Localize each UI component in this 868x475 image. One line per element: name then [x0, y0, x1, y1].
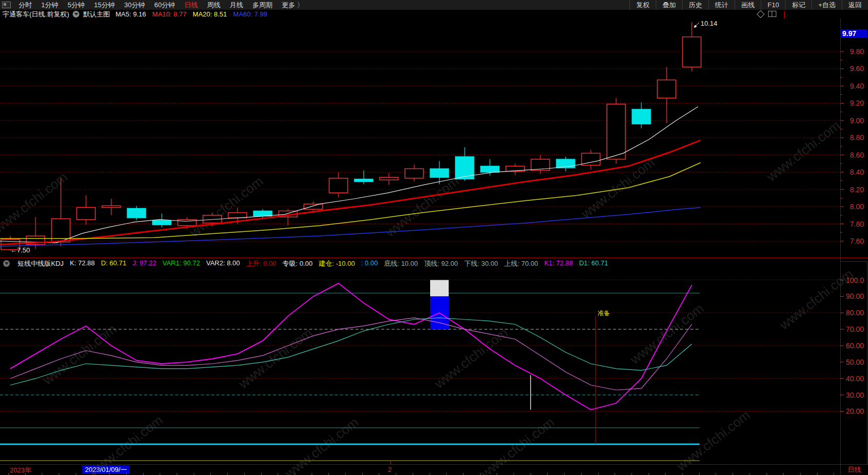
price-axis-label: 8.60 [850, 151, 864, 159]
toolbar-item[interactable]: 日线 [180, 0, 202, 10]
time-tick [227, 473, 228, 475]
time-tick [328, 473, 329, 475]
watermark: www.cfchi.com [627, 300, 707, 367]
ma-value: MA20: 8.51 [193, 10, 227, 18]
candle-body [253, 211, 272, 216]
watermark: www.cfchi.com [40, 321, 120, 388]
price-axis-label: 8.40 [850, 168, 864, 176]
indicator-value: 建仓: -10.00 [319, 259, 355, 268]
toolbar-button[interactable]: 统计 [708, 0, 735, 10]
time-tick [665, 473, 666, 475]
toolbar-item[interactable]: 1分钟 [37, 0, 63, 10]
indicator-value: 上升: 0.00 [246, 259, 277, 268]
toolbar-item[interactable]: 分时 [14, 0, 37, 10]
main-chart-svg: www.cfchi.comwww.cfchi.comwww.cfchi.comw… [0, 0, 868, 475]
candle-body [52, 219, 70, 242]
time-tick [480, 473, 481, 475]
toolbar-left: 分时1分钟5分钟15分钟30分钟60分钟日线周线月线多周期更多 〉 [0, 0, 309, 10]
stock-title: 宇通客车(日线.前复权) [3, 10, 69, 19]
time-tick [76, 473, 76, 475]
period-label[interactable]: 日线 [848, 465, 861, 474]
signal-bar-segment [430, 296, 449, 329]
indicator-value: 上线: 70.00 [504, 259, 538, 268]
candle-body [455, 157, 474, 179]
indicator-axis-label: 30.00 [846, 391, 864, 399]
time-tick [59, 473, 59, 475]
watermark: www.cfchi.com [186, 173, 266, 240]
candle-body [531, 159, 550, 171]
bottom-bar: 2023年 2023/01/09/一 2 日线 [0, 464, 868, 475]
indicator-value: : 0.00 [361, 259, 378, 268]
date-chip[interactable]: 2023/01/09/一 [82, 465, 130, 474]
toolbar-item[interactable]: 多周期 [248, 0, 277, 10]
price-axis-label: 7.80 [850, 220, 864, 228]
toolbar-item[interactable]: 15分钟 [89, 0, 119, 10]
toolbar-item[interactable]: 月线 [225, 0, 248, 10]
toolbar-button[interactable]: 返回 [842, 0, 868, 10]
time-tick [547, 473, 548, 475]
time-tick [143, 473, 144, 475]
candle-body [506, 166, 524, 171]
main-view-label[interactable]: 默认主图 [83, 10, 110, 19]
toolbar-button[interactable]: 复权 [629, 0, 656, 10]
candle-body [77, 208, 95, 219]
toolbar-item[interactable]: 更多 〉 [277, 0, 309, 10]
time-tick [126, 473, 127, 475]
time-tick [682, 473, 683, 475]
indicator-value: D: 60.71 [101, 259, 126, 268]
time-tick [564, 473, 565, 475]
time-tick [345, 473, 346, 475]
watermark: www.cfchi.com [776, 266, 856, 333]
price-axis-label: 8.20 [850, 185, 864, 194]
candle-body [279, 211, 297, 217]
last-price-text: 9.97 [842, 29, 856, 38]
toolbar-button[interactable]: +自选 [811, 0, 842, 10]
time-tick [817, 473, 818, 475]
candle-body [228, 213, 247, 218]
time-tick [93, 473, 93, 475]
indicator-axis-label: 70.00 [846, 325, 864, 333]
high-annotation: 10.14 [701, 20, 718, 27]
candle-body [430, 168, 449, 177]
time-tick [177, 473, 177, 475]
candle-body [178, 219, 196, 226]
candle-body [203, 215, 222, 223]
toolbar-item[interactable]: 30分钟 [120, 0, 149, 10]
time-tick [446, 473, 447, 475]
signal-bar-segment [430, 280, 449, 297]
watermark: www.cfchi.com [0, 169, 70, 236]
indicator-value: 下线: 30.00 [464, 259, 498, 268]
toolbar-button[interactable]: F10 [761, 0, 785, 10]
candle-body [405, 168, 423, 178]
toolbar-item[interactable]: 60分钟 [149, 0, 179, 10]
indicator-axis-label: 40.00 [846, 375, 864, 383]
toolbar-item[interactable]: 5分钟 [63, 0, 89, 10]
candle-body [632, 109, 651, 124]
app-icon[interactable] [2, 2, 11, 8]
indicator-chevron-down-icon[interactable] [3, 260, 10, 267]
price-axis-label: 7.60 [850, 237, 864, 245]
chevron-down-icon[interactable] [73, 11, 79, 18]
indicator-value: K: 72.88 [70, 259, 95, 268]
split-view-icon[interactable] [768, 11, 776, 17]
time-tick [194, 473, 194, 475]
candle-body [1, 240, 20, 250]
candle-body [556, 159, 575, 168]
toolbar-item[interactable]: 周线 [202, 0, 225, 10]
indicator-title[interactable]: 短线中线版KDJ [18, 259, 64, 268]
time-tick [379, 473, 379, 475]
chart-header: 宇通客车(日线.前复权) 默认主图 MA5: 9.16MA10: 8.77MA2… [0, 10, 868, 19]
kdj-line-j [10, 283, 692, 410]
toolbar-button[interactable]: 叠加 [656, 0, 682, 10]
time-tick [750, 473, 750, 475]
ma-line-ma5 [0, 107, 698, 243]
low-annotation: ←7.50 [10, 246, 30, 254]
toolbar-button[interactable]: 历史 [682, 0, 708, 10]
top-toolbar: 分时1分钟5分钟15分钟30分钟60分钟日线周线月线多周期更多 〉 复权叠加历史… [0, 0, 868, 10]
indicator-axis-label: 60.00 [846, 342, 864, 350]
candle-body [481, 166, 499, 172]
toolbar-button[interactable]: 画线 [735, 0, 761, 10]
diamond-icon[interactable] [757, 10, 765, 18]
price-axis-label: 8.80 [850, 133, 864, 142]
toolbar-button[interactable]: 标记 [785, 0, 811, 10]
